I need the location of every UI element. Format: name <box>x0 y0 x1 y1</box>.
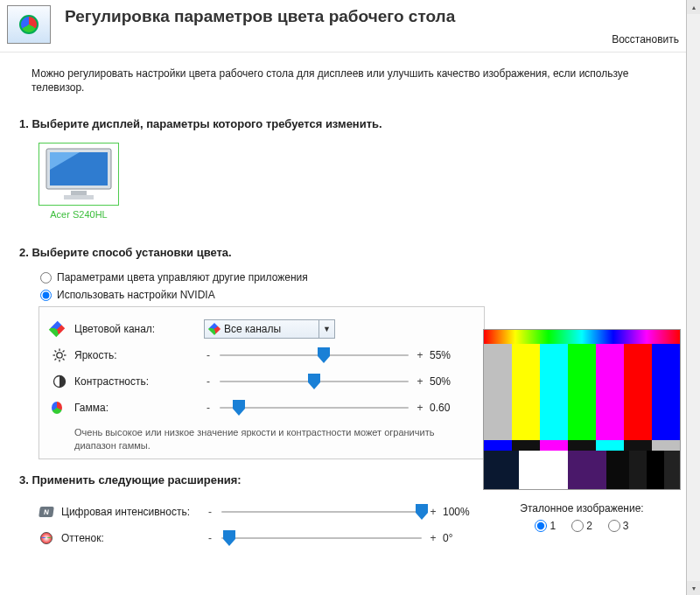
svg-rect-40 <box>606 451 629 489</box>
svg-marker-18 <box>416 504 428 520</box>
svg-line-11 <box>63 359 65 360</box>
color-channel-label: Цветовой канал: <box>74 323 204 335</box>
display-name-label: Acer S240HL <box>38 209 119 220</box>
svg-rect-25 <box>540 344 568 440</box>
contrast-slider[interactable] <box>220 381 409 382</box>
color-settings-panel: Цветовой канал: Все каналы ▼ Яркость: - <box>38 306 485 459</box>
svg-rect-27 <box>596 344 624 440</box>
radio-nvidia-label: Использовать настройки NVIDIA <box>57 289 215 301</box>
display-item[interactable]: Acer S240HL <box>38 143 119 220</box>
svg-rect-28 <box>624 344 652 440</box>
svg-rect-38 <box>519 451 568 489</box>
hue-value: 0° <box>443 532 485 544</box>
svg-point-5 <box>57 353 62 358</box>
svg-marker-14 <box>318 347 330 363</box>
hue-slider[interactable] <box>221 537 422 539</box>
reference-image <box>483 329 681 490</box>
section2-heading: 2. Выберите способ установки цвета. <box>19 246 648 259</box>
reference-radio-3[interactable]: 3 <box>608 520 629 532</box>
digital-vibrance-slider[interactable] <box>221 511 422 513</box>
brightness-plus: + <box>416 349 424 361</box>
hue-icon <box>38 531 54 545</box>
svg-rect-35 <box>624 440 652 451</box>
restore-link[interactable]: Восстановить <box>612 33 679 46</box>
vertical-scrollbar[interactable]: ▴ ▾ <box>686 0 700 595</box>
svg-rect-36 <box>652 440 680 451</box>
color-channel-icon <box>52 323 67 335</box>
svg-rect-41 <box>629 451 647 489</box>
radio-other-label: Параметрами цвета управляют другие прило… <box>57 271 308 284</box>
svg-line-12 <box>55 359 57 360</box>
svg-marker-21 <box>223 530 235 546</box>
brightness-icon <box>52 348 67 362</box>
scroll-up-button[interactable]: ▴ <box>687 0 700 14</box>
svg-rect-33 <box>568 440 596 451</box>
gamma-hint: Очень высокое или низкое значение яркост… <box>74 426 472 452</box>
svg-rect-30 <box>484 440 512 451</box>
chevron-down-icon: ▼ <box>318 320 334 338</box>
digital-vibrance-label: Цифровая интенсивность: <box>61 506 206 518</box>
digital-vibrance-value: 100% <box>443 506 485 518</box>
svg-marker-16 <box>308 374 320 389</box>
svg-rect-3 <box>71 191 87 195</box>
svg-rect-24 <box>512 344 540 440</box>
gamma-value: 0.60 <box>430 402 472 414</box>
svg-marker-17 <box>233 400 245 416</box>
digital-vibrance-icon: N <box>38 507 54 517</box>
reference-radio-2[interactable]: 2 <box>571 520 592 532</box>
svg-rect-39 <box>568 451 606 489</box>
svg-rect-23 <box>484 344 512 440</box>
svg-rect-42 <box>647 451 664 489</box>
svg-line-10 <box>55 351 57 353</box>
scroll-down-button[interactable]: ▾ <box>687 581 700 595</box>
reference-caption: Эталонное изображение: <box>483 502 681 514</box>
radio-nvidia[interactable]: Использовать настройки NVIDIA <box>40 289 648 301</box>
color-channel-select[interactable]: Все каналы ▼ <box>204 319 335 339</box>
intro-text: Можно регулировать настройки цвета рабоч… <box>32 66 648 94</box>
header-monitor-icon <box>7 5 51 44</box>
color-channel-value: Все каналы <box>224 323 281 335</box>
svg-rect-29 <box>652 344 680 440</box>
svg-rect-4 <box>64 195 94 200</box>
contrast-value: 50% <box>430 375 472 388</box>
radio-other-apps[interactable]: Параметрами цвета управляют другие прило… <box>40 271 648 284</box>
section1-heading: 1. Выберите дисплей, параметры которого … <box>19 117 648 130</box>
gamma-slider[interactable] <box>220 407 409 409</box>
svg-rect-22 <box>484 330 680 344</box>
brightness-value: 55% <box>430 349 472 361</box>
svg-rect-26 <box>568 344 596 440</box>
gamma-label: Гамма: <box>74 402 204 414</box>
svg-rect-31 <box>512 440 540 451</box>
brightness-minus: - <box>204 349 213 361</box>
contrast-label: Контрастность: <box>74 375 204 388</box>
gamma-icon <box>52 402 67 414</box>
svg-rect-34 <box>596 440 624 451</box>
contrast-icon <box>52 374 67 388</box>
svg-line-13 <box>63 351 65 353</box>
brightness-label: Яркость: <box>74 349 204 361</box>
svg-rect-37 <box>484 451 519 489</box>
reference-radio-1[interactable]: 1 <box>535 520 556 532</box>
svg-rect-32 <box>540 440 568 451</box>
hue-label: Оттенок: <box>61 532 206 544</box>
display-monitor-icon <box>41 145 116 203</box>
brightness-slider[interactable] <box>220 354 409 356</box>
svg-rect-43 <box>664 451 680 489</box>
page-title: Регулировка параметров цвета рабочего ст… <box>65 2 684 27</box>
